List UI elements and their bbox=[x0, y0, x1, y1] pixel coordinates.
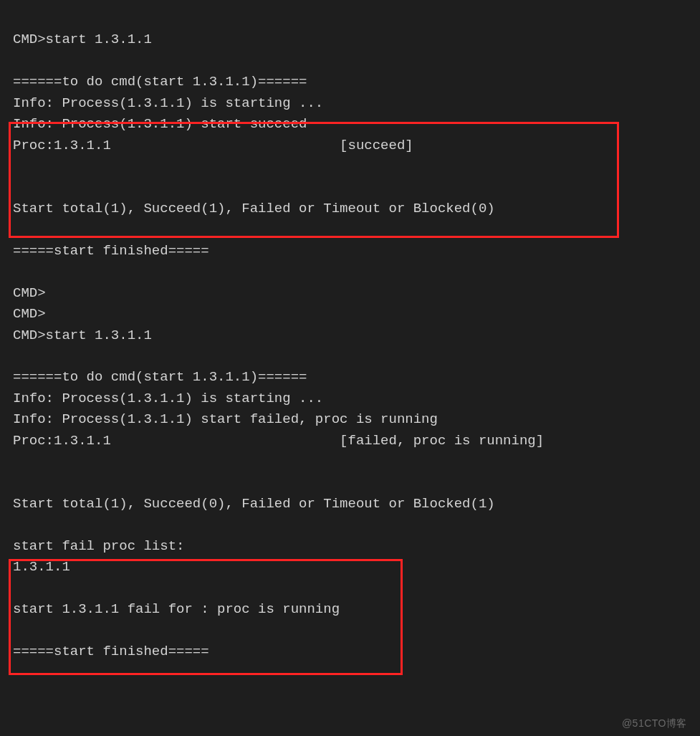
terminal-line: Info: Process(1.3.1.1) start succeed bbox=[13, 116, 307, 132]
terminal-line: CMD>start 1.3.1.1 bbox=[13, 328, 152, 343]
terminal-line: =====start finished===== bbox=[13, 644, 209, 659]
terminal-output[interactable]: CMD>start 1.3.1.1 ======to do cmd(start … bbox=[0, 0, 700, 676]
terminal-line: start fail proc list: bbox=[13, 538, 184, 554]
terminal-line: 1.3.1.1 bbox=[13, 559, 70, 575]
terminal-line: CMD> bbox=[13, 285, 46, 301]
terminal-line: start 1.3.1.1 fail for : proc is running bbox=[13, 601, 340, 617]
terminal-line: Info: Process(1.3.1.1) is starting ... bbox=[13, 95, 323, 111]
terminal-line: Start total(1), Succeed(0), Failed or Ti… bbox=[13, 496, 495, 512]
terminal-line: CMD> bbox=[13, 306, 46, 322]
terminal-line: ======to do cmd(start 1.3.1.1)====== bbox=[13, 74, 307, 90]
watermark: @51CTO博客 bbox=[622, 717, 687, 730]
terminal-line: Proc:1.3.1.1 [succeed] bbox=[13, 138, 413, 153]
terminal-line: ======to do cmd(start 1.3.1.1)====== bbox=[13, 369, 307, 385]
terminal-line: Start total(1), Succeed(1), Failed or Ti… bbox=[13, 201, 495, 216]
terminal-line: Info: Process(1.3.1.1) is starting ... bbox=[13, 391, 323, 406]
terminal-line: CMD>start 1.3.1.1 bbox=[13, 32, 152, 47]
terminal-line: =====start finished===== bbox=[13, 243, 209, 259]
terminal-line: Proc:1.3.1.1 [failed, proc is running] bbox=[13, 433, 544, 449]
terminal-line: Info: Process(1.3.1.1) start failed, pro… bbox=[13, 411, 438, 427]
